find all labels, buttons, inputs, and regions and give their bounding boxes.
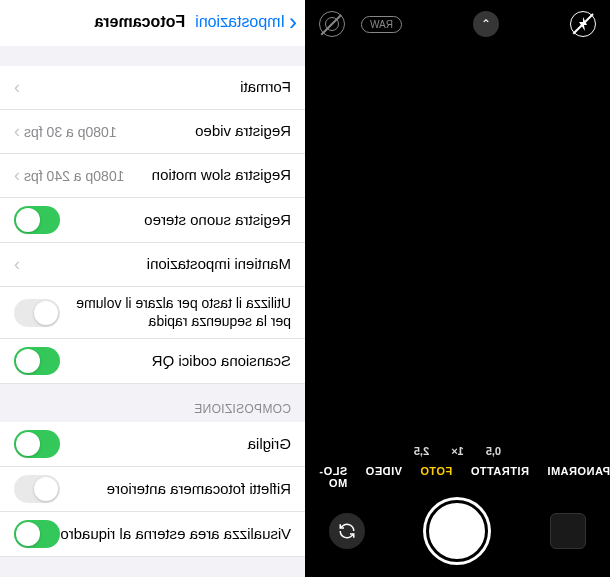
row-formati[interactable]: Formati › xyxy=(0,66,305,110)
live-photo-off-icon[interactable] xyxy=(319,11,345,37)
flash-off-icon[interactable] xyxy=(570,11,596,37)
chevron-right-icon: › xyxy=(14,165,20,186)
toggle-qr[interactable] xyxy=(14,347,60,375)
row-label: Mantieni impostazioni xyxy=(20,255,291,274)
row-volume-tasto: Utilizza il tasto per alzare il volume p… xyxy=(0,287,305,339)
back-chevron-icon[interactable]: ‹ xyxy=(289,10,297,34)
zoom-0-5[interactable]: 0,5 xyxy=(486,445,501,457)
row-griglia: Griglia xyxy=(0,422,305,467)
mode-pano[interactable]: PANORAMI xyxy=(547,465,610,489)
row-detail: 1080p a 30 fps xyxy=(24,124,117,140)
toggle-griglia[interactable] xyxy=(14,430,60,458)
row-label: Scansiona codici QR xyxy=(60,352,291,371)
row-rifletti: Rifletti fotocamera anteriore xyxy=(0,467,305,512)
row-qr: Scansiona codici QR xyxy=(0,339,305,384)
settings-panel: ‹ Impostazioni Fotocamera Formati › Regi… xyxy=(0,0,305,577)
row-label: Griglia xyxy=(60,435,291,454)
back-button-label[interactable]: Impostazioni xyxy=(195,13,285,31)
chevron-up-icon[interactable]: ⌃ xyxy=(473,11,499,37)
last-photo-thumbnail[interactable] xyxy=(550,513,586,549)
mode-selector[interactable]: PANORAMI RITRATTO FOTO VIDEO SLO-MO xyxy=(305,465,610,489)
mode-ritratto[interactable]: RITRATTO xyxy=(470,465,529,489)
row-registra-video[interactable]: Registra video 1080p a 30 fps › xyxy=(0,110,305,154)
shutter-button[interactable] xyxy=(427,500,489,562)
row-label: Visualizza area esterna al riquadro xyxy=(60,525,291,544)
toggle-rifletti[interactable] xyxy=(14,475,60,503)
chevron-right-icon: › xyxy=(14,77,20,98)
camera-top-bar: ⌃ RAW xyxy=(305,0,610,48)
mode-foto[interactable]: FOTO xyxy=(420,465,452,489)
section-acquisizione: ACQUISIZIONE FOTO xyxy=(0,557,305,577)
row-detail: 1080p a 240 fps xyxy=(24,168,124,184)
toggle-suono-stereo[interactable] xyxy=(14,206,60,234)
mode-video[interactable]: VIDEO xyxy=(365,465,402,489)
row-label: Formati xyxy=(20,78,291,97)
toggle-volume-tasto[interactable] xyxy=(14,299,60,327)
row-label: Registra slow motion xyxy=(124,166,291,185)
row-suono-stereo: Registra suono stereo xyxy=(0,198,305,243)
row-label: Registra suono stereo xyxy=(60,211,291,230)
settings-list: Formati › Registra video 1080p a 30 fps … xyxy=(0,66,305,577)
row-label: Utilizza il tasto per alzare il volume p… xyxy=(60,295,291,330)
zoom-1x[interactable]: 1× xyxy=(451,445,464,457)
zoom-2-5[interactable]: 2,5 xyxy=(414,445,429,457)
chevron-right-icon: › xyxy=(14,121,20,142)
toggle-esterna[interactable] xyxy=(14,520,60,548)
row-label: Registra video xyxy=(117,122,291,141)
row-label: Rifletti fotocamera anteriore xyxy=(60,480,291,499)
section-composizione: COMPOSIZIONE xyxy=(0,384,305,422)
row-registra-slow[interactable]: Registra slow motion 1080p a 240 fps › xyxy=(0,154,305,198)
mode-slomo[interactable]: SLO-MO xyxy=(305,465,347,489)
flip-camera-icon[interactable] xyxy=(329,513,365,549)
raw-badge[interactable]: RAW xyxy=(361,16,402,33)
chevron-right-icon: › xyxy=(14,254,20,275)
nav-header: ‹ Impostazioni Fotocamera xyxy=(0,0,305,46)
shutter-bar xyxy=(305,495,610,567)
camera-panel: ⌃ RAW 0,5 1× 2,5 PANORAMI RITRATTO FOTO … xyxy=(305,0,610,577)
row-esterna: Visualizza area esterna al riquadro xyxy=(0,512,305,557)
zoom-selector[interactable]: 0,5 1× 2,5 xyxy=(305,445,610,457)
row-mantieni[interactable]: Mantieni impostazioni › xyxy=(0,243,305,287)
page-title: Fotocamera xyxy=(94,13,185,31)
